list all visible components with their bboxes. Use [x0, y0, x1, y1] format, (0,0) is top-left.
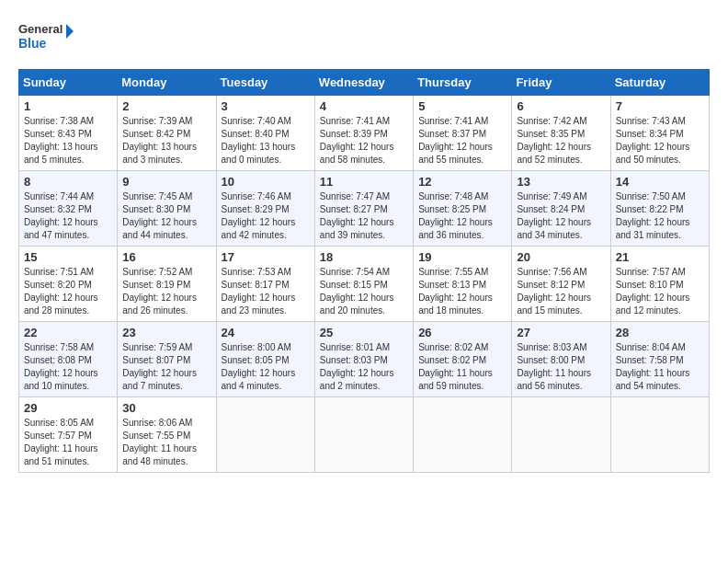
sunset-text: Sunset: 8:15 PM: [320, 279, 408, 292]
calendar-cell: 5 Sunrise: 7:41 AM Sunset: 8:37 PM Dayli…: [414, 96, 512, 171]
calendar-cell: 29 Sunrise: 8:05 AM Sunset: 7:57 PM Dayl…: [19, 397, 118, 473]
calendar-cell: [314, 397, 413, 473]
sunset-text: Sunset: 8:07 PM: [122, 354, 210, 367]
sunrise-text: Sunrise: 7:58 AM: [24, 341, 112, 354]
sunset-text: Sunset: 8:17 PM: [222, 279, 310, 292]
day-number: 20: [517, 250, 605, 264]
sunrise-text: Sunrise: 7:53 AM: [222, 266, 310, 279]
sunrise-text: Sunrise: 7:48 AM: [418, 190, 506, 203]
daylight-text: Daylight: 12 hours and 2 minutes.: [320, 367, 408, 393]
cell-info: Sunrise: 7:53 AM Sunset: 8:17 PM Dayligh…: [222, 266, 310, 317]
daylight-text: Daylight: 11 hours and 48 minutes.: [122, 442, 210, 468]
cell-info: Sunrise: 7:41 AM Sunset: 8:39 PM Dayligh…: [320, 115, 408, 167]
day-number: 10: [222, 175, 310, 189]
sunset-text: Sunset: 8:40 PM: [222, 128, 310, 141]
page-header: General Blue: [18, 18, 710, 55]
sunrise-text: Sunrise: 7:46 AM: [222, 190, 310, 203]
calendar-cell: 11 Sunrise: 7:47 AM Sunset: 8:27 PM Dayl…: [314, 171, 413, 247]
day-number: 16: [122, 250, 210, 264]
calendar-cell: 28 Sunrise: 8:04 AM Sunset: 7:58 PM Dayl…: [610, 322, 709, 397]
cell-info: Sunrise: 7:58 AM Sunset: 8:08 PM Dayligh…: [24, 341, 112, 393]
cell-info: Sunrise: 7:43 AM Sunset: 8:34 PM Dayligh…: [616, 115, 704, 167]
daylight-text: Daylight: 12 hours and 50 minutes.: [616, 141, 704, 167]
calendar-cell: 1 Sunrise: 7:38 AM Sunset: 8:43 PM Dayli…: [19, 96, 118, 171]
sunrise-text: Sunrise: 7:47 AM: [320, 190, 408, 203]
sunset-text: Sunset: 8:37 PM: [418, 128, 506, 141]
sunrise-text: Sunrise: 7:55 AM: [418, 266, 506, 279]
daylight-text: Daylight: 12 hours and 15 minutes.: [517, 292, 605, 317]
day-header-wednesday: Wednesday: [314, 70, 413, 96]
cell-info: Sunrise: 7:39 AM Sunset: 8:42 PM Dayligh…: [122, 115, 210, 167]
sunrise-text: Sunrise: 8:03 AM: [517, 341, 605, 354]
cell-info: Sunrise: 8:03 AM Sunset: 8:00 PM Dayligh…: [517, 341, 605, 393]
calendar-cell: [216, 397, 314, 473]
calendar-cell: 21 Sunrise: 7:57 AM Sunset: 8:10 PM Dayl…: [610, 247, 709, 322]
calendar-cell: 20 Sunrise: 7:56 AM Sunset: 8:12 PM Dayl…: [512, 247, 610, 322]
sunrise-text: Sunrise: 7:56 AM: [517, 266, 605, 279]
daylight-text: Daylight: 12 hours and 12 minutes.: [616, 292, 704, 317]
sunset-text: Sunset: 8:12 PM: [517, 279, 605, 292]
cell-info: Sunrise: 8:06 AM Sunset: 7:55 PM Dayligh…: [122, 417, 210, 468]
daylight-text: Daylight: 12 hours and 7 minutes.: [122, 367, 210, 393]
sunset-text: Sunset: 7:57 PM: [24, 430, 112, 442]
daylight-text: Daylight: 13 hours and 0 minutes.: [222, 141, 310, 167]
daylight-text: Daylight: 12 hours and 42 minutes.: [222, 216, 310, 242]
cell-info: Sunrise: 7:40 AM Sunset: 8:40 PM Dayligh…: [222, 115, 310, 167]
cell-info: Sunrise: 7:50 AM Sunset: 8:22 PM Dayligh…: [616, 190, 704, 242]
calendar-cell: 30 Sunrise: 8:06 AM Sunset: 7:55 PM Dayl…: [118, 397, 216, 473]
daylight-text: Daylight: 11 hours and 51 minutes.: [24, 442, 112, 468]
daylight-text: Daylight: 12 hours and 20 minutes.: [320, 292, 408, 317]
daylight-text: Daylight: 12 hours and 55 minutes.: [418, 141, 506, 167]
daylight-text: Daylight: 13 hours and 5 minutes.: [24, 141, 112, 167]
daylight-text: Daylight: 12 hours and 47 minutes.: [24, 216, 112, 242]
sunset-text: Sunset: 8:08 PM: [24, 354, 112, 367]
daylight-text: Daylight: 12 hours and 28 minutes.: [24, 292, 112, 317]
sunrise-text: Sunrise: 7:51 AM: [24, 266, 112, 279]
sunrise-text: Sunrise: 8:01 AM: [320, 341, 408, 354]
day-number: 25: [320, 326, 408, 339]
day-number: 9: [122, 175, 210, 189]
calendar-cell: [414, 397, 512, 473]
day-number: 12: [418, 175, 506, 189]
week-row: 15 Sunrise: 7:51 AM Sunset: 8:20 PM Dayl…: [19, 247, 710, 322]
sunset-text: Sunset: 7:55 PM: [122, 430, 210, 442]
day-number: 13: [517, 175, 605, 189]
day-header-sunday: Sunday: [19, 70, 118, 96]
calendar-table: SundayMondayTuesdayWednesdayThursdayFrid…: [18, 69, 710, 473]
day-number: 19: [418, 250, 506, 264]
calendar-cell: 15 Sunrise: 7:51 AM Sunset: 8:20 PM Dayl…: [19, 247, 118, 322]
calendar-cell: 26 Sunrise: 8:02 AM Sunset: 8:02 PM Dayl…: [414, 322, 512, 397]
sunrise-text: Sunrise: 7:59 AM: [122, 341, 210, 354]
cell-info: Sunrise: 7:55 AM Sunset: 8:13 PM Dayligh…: [418, 266, 506, 317]
calendar-cell: 23 Sunrise: 7:59 AM Sunset: 8:07 PM Dayl…: [118, 322, 216, 397]
calendar-cell: 17 Sunrise: 7:53 AM Sunset: 8:17 PM Dayl…: [216, 247, 314, 322]
sunrise-text: Sunrise: 7:49 AM: [517, 190, 605, 203]
sunrise-text: Sunrise: 7:41 AM: [418, 115, 506, 128]
sunrise-text: Sunrise: 7:52 AM: [122, 266, 210, 279]
day-number: 6: [517, 99, 605, 113]
sunset-text: Sunset: 8:10 PM: [616, 279, 704, 292]
calendar-cell: 2 Sunrise: 7:39 AM Sunset: 8:42 PM Dayli…: [118, 96, 216, 171]
daylight-text: Daylight: 12 hours and 23 minutes.: [222, 292, 310, 317]
daylight-text: Daylight: 12 hours and 39 minutes.: [320, 216, 408, 242]
sunrise-text: Sunrise: 8:02 AM: [418, 341, 506, 354]
day-number: 22: [24, 326, 112, 339]
cell-info: Sunrise: 8:00 AM Sunset: 8:05 PM Dayligh…: [222, 341, 310, 393]
calendar-cell: 12 Sunrise: 7:48 AM Sunset: 8:25 PM Dayl…: [414, 171, 512, 247]
sunrise-text: Sunrise: 7:40 AM: [222, 115, 310, 128]
daylight-text: Daylight: 11 hours and 56 minutes.: [517, 367, 605, 393]
sunrise-text: Sunrise: 8:04 AM: [616, 341, 704, 354]
sunset-text: Sunset: 7:58 PM: [616, 354, 704, 367]
daylight-text: Daylight: 13 hours and 3 minutes.: [122, 141, 210, 167]
daylight-text: Daylight: 12 hours and 4 minutes.: [222, 367, 310, 393]
calendar-cell: 22 Sunrise: 7:58 AM Sunset: 8:08 PM Dayl…: [19, 322, 118, 397]
sunset-text: Sunset: 8:35 PM: [517, 128, 605, 141]
sunset-text: Sunset: 8:24 PM: [517, 203, 605, 216]
cell-info: Sunrise: 7:38 AM Sunset: 8:43 PM Dayligh…: [24, 115, 112, 167]
sunset-text: Sunset: 8:29 PM: [222, 203, 310, 216]
cell-info: Sunrise: 7:57 AM Sunset: 8:10 PM Dayligh…: [616, 266, 704, 317]
daylight-text: Daylight: 12 hours and 18 minutes.: [418, 292, 506, 317]
cell-info: Sunrise: 8:04 AM Sunset: 7:58 PM Dayligh…: [616, 341, 704, 393]
sunset-text: Sunset: 8:05 PM: [222, 354, 310, 367]
sunset-text: Sunset: 8:34 PM: [616, 128, 704, 141]
